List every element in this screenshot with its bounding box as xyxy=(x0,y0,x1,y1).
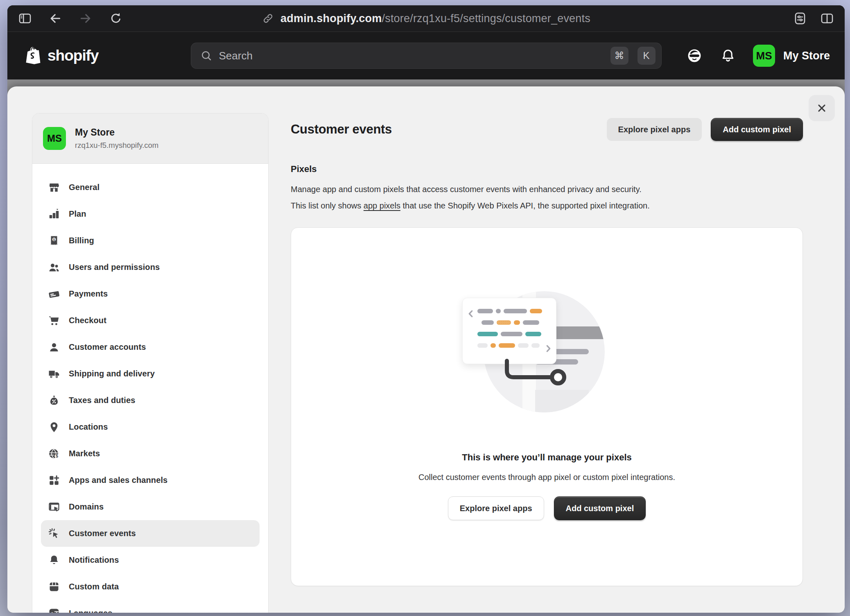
sidebar-item-plan[interactable]: Plan xyxy=(41,201,260,227)
notifications-bell-icon[interactable] xyxy=(720,48,736,63)
sidebar-item-label: Plan xyxy=(69,209,86,219)
kbd-k: K xyxy=(638,47,656,65)
sidebar-item-label: Custom data xyxy=(69,582,119,591)
empty-state-heading: This is where you’ll manage your pixels xyxy=(291,452,803,463)
browser-window: admin.shopify.com/store/rzq1xu-f5/settin… xyxy=(7,5,845,613)
pixels-description: Manage app and custom pixels that access… xyxy=(291,181,803,214)
account-name: My Store xyxy=(783,50,830,62)
sidebar-item-label: Users and permissions xyxy=(69,263,160,272)
sidebar-item-general[interactable]: General xyxy=(41,174,260,201)
sidebar-item-label: Apps and sales channels xyxy=(69,476,167,485)
shopify-wordmark: shopify xyxy=(47,47,99,64)
close-icon xyxy=(815,101,829,115)
description-line-1: Manage app and custom pixels that access… xyxy=(291,185,642,194)
empty-add-custom-pixel-button[interactable]: Add custom pixel xyxy=(554,496,646,520)
sidebar-item-checkout[interactable]: Checkout xyxy=(41,307,260,334)
sidebar-item-billing[interactable]: $Billing xyxy=(41,227,260,254)
sidebar-item-custom-data[interactable]: Custom data xyxy=(41,573,260,600)
search-placeholder: Search xyxy=(219,50,601,62)
explore-pixel-apps-button[interactable]: Explore pixel apps xyxy=(607,118,702,141)
store-name: My Store xyxy=(75,127,158,138)
address-bar[interactable]: admin.shopify.com/store/rzq1xu-f5/settin… xyxy=(262,5,590,32)
add-custom-pixel-button[interactable]: Add custom pixel xyxy=(711,118,803,141)
sidebar-item-label: Customer accounts xyxy=(69,342,146,352)
account-menu[interactable]: MS My Store xyxy=(753,45,830,67)
shopify-logo[interactable]: shopify xyxy=(24,45,99,66)
sidebar-item-label: Languages xyxy=(69,609,112,613)
sidebar-item-shipping-and-delivery[interactable]: Shipping and delivery xyxy=(41,360,260,387)
sidebar-item-payments[interactable]: Payments xyxy=(41,281,260,307)
page-title: Customer events xyxy=(291,122,607,137)
sidebar-item-users-and-permissions[interactable]: Users and permissions xyxy=(41,254,260,281)
click-events-icon xyxy=(48,528,60,540)
sidebar-item-label: Checkout xyxy=(69,316,106,325)
pixels-illustration xyxy=(449,291,645,416)
cart-icon xyxy=(48,315,60,327)
kbd-cmd: ⌘ xyxy=(610,47,628,65)
location-pin-icon xyxy=(48,421,60,433)
globe-icon: $ xyxy=(48,448,60,460)
url-path: /store/rzq1xu-f5/settings/customer_event… xyxy=(382,12,590,25)
back-icon[interactable] xyxy=(48,11,62,25)
sidebar-item-label: Notifications xyxy=(69,555,119,565)
description-line-2: This list only shows xyxy=(291,201,364,210)
sidebar-item-customer-accounts[interactable]: Customer accounts xyxy=(41,334,260,360)
taxes-icon xyxy=(48,394,60,407)
sidebar-item-label: Billing xyxy=(69,236,94,245)
settings-sidebar: MS My Store rzq1xu-f5.myshopify.com Gene… xyxy=(32,113,269,613)
search-icon xyxy=(200,50,212,62)
sidebar-item-label: Shipping and delivery xyxy=(69,369,155,378)
shopify-bag-icon xyxy=(24,45,43,66)
svg-text:$: $ xyxy=(53,237,55,241)
sidekick-icon[interactable] xyxy=(686,47,703,64)
store-card[interactable]: MS My Store rzq1xu-f5.myshopify.com xyxy=(32,113,268,164)
sidebar-item-domains[interactable]: Domains xyxy=(41,494,260,520)
settings-nav: GeneralPlan$BillingUsers and permissions… xyxy=(32,164,268,613)
sidebar-item-label: Customer events xyxy=(69,529,136,538)
pixels-empty-card: This is where you’ll manage your pixels … xyxy=(291,227,803,586)
sidebar-item-label: Locations xyxy=(69,422,108,432)
sidebar-toggle-icon[interactable] xyxy=(18,11,32,25)
sidebar-item-apps-and-sales-channels[interactable]: Apps and sales channels xyxy=(41,467,260,494)
app-pixels-link[interactable]: app pixels xyxy=(364,201,400,210)
page-settings-icon[interactable] xyxy=(793,11,807,25)
pixels-section-heading: Pixels xyxy=(291,164,803,174)
reload-icon[interactable] xyxy=(109,11,123,25)
custom-data-icon xyxy=(48,581,60,593)
description-line-2-end: that use the Shopify Web Pixels API, the… xyxy=(400,201,650,210)
forward-icon[interactable] xyxy=(79,11,93,25)
sidebar-item-languages[interactable]: ALanguages xyxy=(41,600,260,613)
avatar: MS xyxy=(753,45,775,67)
sidebar-item-label: General xyxy=(69,183,99,192)
sidebar-item-customer-events[interactable]: Customer events xyxy=(41,520,260,547)
notifications-icon xyxy=(48,554,60,566)
store-icon xyxy=(48,181,60,194)
sidebar-item-notifications[interactable]: Notifications xyxy=(41,547,260,573)
person-icon xyxy=(48,341,60,353)
chevron-right-icon xyxy=(544,342,553,355)
users-icon xyxy=(48,261,60,274)
empty-state-subtext: Collect customer events through app pixe… xyxy=(291,473,803,482)
split-view-icon[interactable] xyxy=(820,11,834,25)
sidebar-item-taxes-and-duties[interactable]: Taxes and duties xyxy=(41,387,260,414)
url-host: admin.shopify.com xyxy=(280,12,382,25)
chevron-left-icon xyxy=(466,308,475,320)
sidebar-item-label: Payments xyxy=(69,289,108,299)
link-icon xyxy=(262,12,274,25)
sidebar-item-label: Markets xyxy=(69,449,100,458)
empty-explore-pixel-apps-button[interactable]: Explore pixel apps xyxy=(448,496,544,520)
domains-icon xyxy=(48,501,60,513)
sidebar-item-markets[interactable]: $Markets xyxy=(41,440,260,467)
languages-icon: A xyxy=(48,607,60,613)
search-input[interactable]: Search ⌘ K xyxy=(191,43,662,69)
svg-text:$: $ xyxy=(56,453,58,458)
sidebar-item-label: Domains xyxy=(69,502,104,512)
browser-toolbar: admin.shopify.com/store/rzq1xu-f5/settin… xyxy=(7,5,845,32)
code-snippet-card xyxy=(462,298,556,364)
sidebar-item-locations[interactable]: Locations xyxy=(41,414,260,440)
payments-icon xyxy=(48,288,60,300)
close-button[interactable] xyxy=(809,95,835,121)
main-content: Customer events Explore pixel apps Add c… xyxy=(291,86,803,586)
plan-icon xyxy=(48,208,60,220)
store-avatar: MS xyxy=(43,127,66,150)
